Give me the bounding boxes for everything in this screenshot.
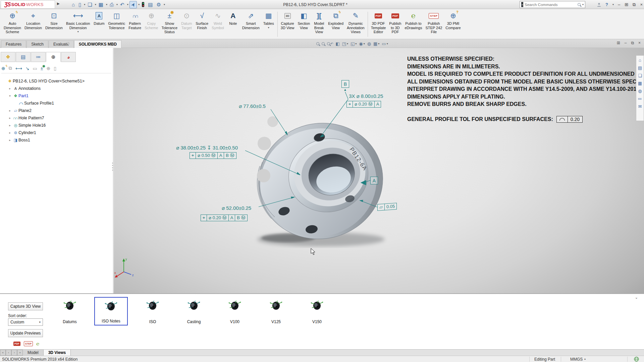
search-icon[interactable] xyxy=(578,3,581,6)
tab-nav-2[interactable]: › xyxy=(11,350,17,356)
collapse-panel-chevron-icon[interactable]: ⌄ xyxy=(635,295,638,300)
undo-icon-caret[interactable]: ▾ xyxy=(127,3,128,6)
user-account-icon[interactable] xyxy=(597,2,601,7)
copy-scheme-mini-icon[interactable]: ⧉ xyxy=(9,65,12,71)
tree-item-cylinder1[interactable]: ▸⊚Cylinder1 xyxy=(0,129,113,136)
tree-expand-arrow[interactable]: ▸ xyxy=(8,124,12,127)
open-icon-caret[interactable]: ▾ xyxy=(95,3,96,6)
zoom-to-area-icon[interactable] xyxy=(322,42,325,45)
pattern-mini-icon[interactable]: ▯ xyxy=(54,66,56,71)
settings-gear-icon-caret[interactable]: ▾ xyxy=(164,3,165,6)
view-thumbnail-iso[interactable]: ISO xyxy=(136,297,169,325)
bore-fcf[interactable]: ⌖⌀ 0.50 ⓂAB Ⓜ xyxy=(190,152,236,159)
auto-dimension-scheme-icon[interactable]: ⊕ϟ xyxy=(1,66,5,71)
configurationmanager-tab[interactable]: ≔ xyxy=(31,52,46,62)
sort-order-select[interactable]: Custom▾ xyxy=(8,318,43,326)
tree-item-hole-pattern7[interactable]: ▸∩∩Hole Pattern7 xyxy=(0,114,113,122)
note-button[interactable]: ANote xyxy=(226,10,240,39)
tab-nav-0[interactable]: « xyxy=(0,350,6,356)
panel-handle-dot[interactable] xyxy=(67,42,69,45)
tab-nav-1[interactable]: ‹ xyxy=(6,350,11,356)
tree-item-simple-hole16[interactable]: ▸◎Simple Hole16 xyxy=(0,122,113,129)
auto-dimension-scheme-button[interactable]: ⊕ϟAuto Dimension Scheme xyxy=(2,10,23,39)
publish-to-3d-pdf-button[interactable]: PDFPublish to 3D PDF xyxy=(387,10,403,39)
3d-pdf-template-editor-button[interactable]: PDF3D PDF Template Editor xyxy=(369,10,388,39)
apply-scene-icon[interactable]: ▦▾ xyxy=(373,41,379,46)
search-caret-icon[interactable]: ▾ xyxy=(582,3,584,6)
tab-sketch[interactable]: Sketch xyxy=(26,40,48,48)
bore-dimension[interactable]: ⌀ 38.00±0.25 ↧ 31.00±0.50 xyxy=(176,145,238,151)
boss-diameter-dimension[interactable]: ⌀ 52.00±0.25 xyxy=(222,205,251,211)
doc-minimize-icon[interactable]: – xyxy=(625,41,627,45)
save-icon[interactable]: ▦ xyxy=(97,1,105,8)
hide-show-items-icon[interactable]: ◉▾ xyxy=(359,41,365,46)
search-commands-box[interactable]: » ▾ xyxy=(520,1,585,8)
rebuild-traffic-light-icon[interactable] xyxy=(141,2,146,7)
dock-button[interactable]: ⊞ xyxy=(625,2,628,7)
undo-icon[interactable]: ↶ xyxy=(119,1,126,8)
doc-tab-model[interactable]: Model xyxy=(23,350,44,356)
tree-expand-arrow[interactable]: ▸ xyxy=(8,138,12,142)
model-break-view-button[interactable]: ][Model Break View xyxy=(312,10,326,39)
publish-to-edrawings-button[interactable]: ℮Publish to eDrawings xyxy=(403,10,424,39)
leader-dimension-icon[interactable]: ↘ xyxy=(25,66,30,71)
tree-expand-arrow[interactable]: ▸ xyxy=(8,116,12,120)
edit-appearance-icon[interactable]: ◍ xyxy=(367,41,371,46)
view-thumbnail-v150[interactable]: V150 xyxy=(300,297,334,325)
show-tolerance-status-icon[interactable]: ±◉ xyxy=(41,66,43,71)
web-help-globe-icon[interactable] xyxy=(634,357,639,362)
close-button[interactable]: × xyxy=(640,2,643,7)
doc-close-icon[interactable]: × xyxy=(638,41,641,45)
update-previews-button[interactable]: Update Previews xyxy=(8,329,43,337)
doc-dock-icon[interactable]: ⊞ xyxy=(617,41,620,45)
basic-dimension-icon[interactable]: ⟷ xyxy=(15,66,22,71)
new-document-icon[interactable]: ▯ xyxy=(77,1,83,8)
minimize-button[interactable]: – xyxy=(618,2,620,7)
menu-flyout-arrow[interactable]: ▶ xyxy=(57,2,60,5)
hole-pattern-dimension[interactable]: 3X ⌀ 8.00±0.25 xyxy=(349,93,383,99)
options-list-icon[interactable]: ▤ xyxy=(147,1,154,8)
surface-finish-button[interactable]: √Surface Finish xyxy=(194,10,210,39)
publish-step-icon[interactable]: STEP xyxy=(24,341,33,346)
tree-item-boss1[interactable]: ▸◨Boss1 xyxy=(0,136,113,144)
units-label[interactable]: MMGS xyxy=(570,357,583,362)
datum-mini-icon[interactable]: ⊕ xyxy=(46,66,50,71)
restore-button[interactable]: ⧉ xyxy=(633,2,636,7)
tab-nav-3[interactable]: » xyxy=(17,350,23,356)
size-dimension-button[interactable]: ⊡Size Dimension xyxy=(44,10,64,39)
tree-item-surface-profile1[interactable]: Surface Profile1 xyxy=(0,100,113,107)
doc-tab-3d-views[interactable]: 3D Views xyxy=(44,350,71,356)
print-icon-caret[interactable]: ▾ xyxy=(116,3,118,6)
flatness-fcf[interactable]: ▱0.05 xyxy=(377,203,397,211)
home-icon[interactable]: ⌂ xyxy=(70,1,76,8)
general-notes[interactable]: UNLESS OTHERWISE SPECIFIED:DIMENSIONS AR… xyxy=(407,55,642,108)
3d-pmi-compare-button[interactable]: ⊕?3D PMI Compare xyxy=(444,10,462,39)
tree-expand-arrow[interactable]: ▸ xyxy=(8,131,12,134)
view-palette-icon[interactable]: ▦ xyxy=(638,81,642,86)
capture-3d-view-button[interactable]: 3DCapture 3D View xyxy=(279,10,296,39)
previous-view-icon[interactable]: ↶ xyxy=(327,42,333,46)
zoom-to-fit-icon[interactable] xyxy=(316,42,319,45)
display-style-icon[interactable]: ◱▾ xyxy=(351,41,357,46)
publish-edrawings-icon[interactable]: ℮ xyxy=(36,341,39,347)
appearances-scenes-icon[interactable]: ◍ xyxy=(638,88,642,94)
select-cursor-icon-caret[interactable]: ▾ xyxy=(138,3,140,6)
propertymanager-tab[interactable]: ▤ xyxy=(16,52,31,62)
settings-gear-icon[interactable]: ⚙ xyxy=(155,1,162,8)
datum-a-label[interactable]: A xyxy=(370,177,378,184)
view-thumbnail-iso-notes[interactable]: ISO Notes xyxy=(94,297,128,325)
basic-location-dimension-button[interactable]: ⟷Basic Location Dimension▾ xyxy=(64,10,92,39)
hole-pattern-fcf[interactable]: ⌖⌀ 0.20 ⓂA xyxy=(346,101,381,108)
design-library-icon[interactable]: ▤ xyxy=(638,65,642,70)
general-profile-tolerance-note[interactable]: GENERAL PROFILE TOL FOR UNSPECIFIED SURF… xyxy=(407,116,583,123)
tables-button[interactable]: ▦Tables▾ xyxy=(261,10,276,39)
tree-expand-arrow[interactable]: ▾ xyxy=(8,94,12,98)
tree-expand-arrow[interactable]: ▸ xyxy=(8,109,12,112)
view-thumbnail-v125[interactable]: V125 xyxy=(259,297,293,325)
pattern-feature-button[interactable]: ∩∩Pattern Feature xyxy=(127,10,143,39)
view-thumbnail-v100[interactable]: V100 xyxy=(218,297,252,325)
exploded-view-button[interactable]: ⧉ϟExploded View xyxy=(326,10,345,39)
tree-item-plane2[interactable]: ▸▱Plane2 xyxy=(0,107,113,114)
search-scope-icon[interactable]: » xyxy=(521,2,523,7)
profile-tolerance-fcf[interactable]: 0.20 xyxy=(556,116,583,123)
